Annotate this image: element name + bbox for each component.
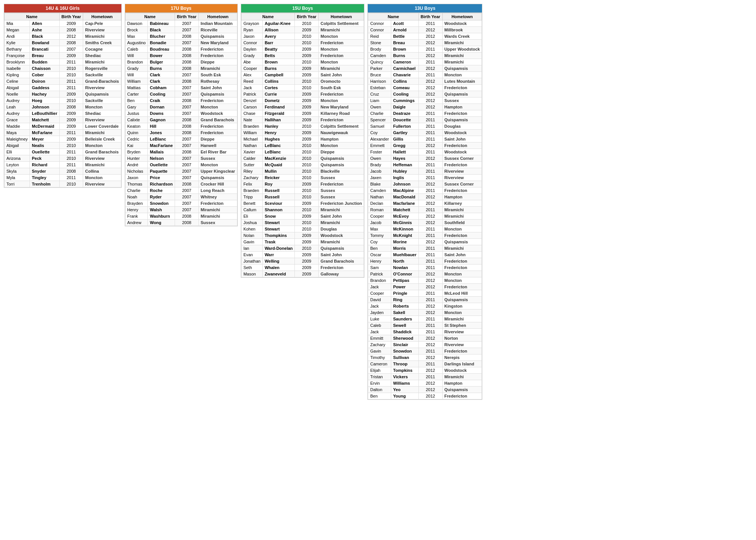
cell-firstname: Daylen: [241, 46, 262, 53]
table-row: MaddieMcDermaid2009Lower Coverdale: [5, 123, 121, 130]
cell-birthyear: 2009: [295, 97, 319, 104]
cell-birthyear: 2012: [418, 85, 442, 91]
section-boys13u: 13U BoysNameBirth YearHometownConnorAcot…: [367, 4, 482, 400]
cell-lastname: McFarlane: [30, 130, 59, 136]
cell-lastname: Meyer: [30, 136, 59, 142]
cell-lastname: Morris: [391, 245, 419, 252]
cell-firstname: Henry: [125, 207, 148, 213]
cell-birthyear: 2012: [418, 155, 442, 162]
cell-lastname: McDermaid: [30, 123, 59, 130]
cell-lastname: LeBlanc: [263, 149, 295, 155]
cell-firstname: Camden: [368, 187, 391, 194]
cell-lastname: Snow: [263, 213, 295, 220]
section-title-boys15u: 15U Boys: [241, 4, 364, 13]
table-row: HunterNelson2007Sussex: [125, 155, 237, 162]
cell-birthyear: 2007: [175, 155, 199, 162]
cell-lastname: Throop: [391, 361, 419, 367]
cell-firstname: Jack: [368, 284, 391, 290]
cell-firstname: Reed: [241, 78, 262, 85]
cell-firstname: William: [241, 130, 262, 136]
cell-hometown: Miramichi: [319, 239, 364, 245]
table-row: ZacharySinclair2012Riverview: [368, 342, 482, 348]
cell-hometown: Quispamsis: [442, 297, 482, 303]
cell-birthyear: 2011: [418, 123, 442, 130]
cell-lastname: McQuaid: [263, 162, 295, 168]
cell-firstname: Grayson: [241, 20, 262, 27]
cell-birthyear: 2011: [418, 175, 442, 181]
cell-birthyear: 2007: [175, 20, 199, 27]
col-header-firstname: Name: [5, 13, 60, 20]
cell-birthyear: 2011: [418, 110, 442, 117]
cell-lastname: Cobham: [148, 85, 175, 91]
cell-birthyear: 2010: [59, 142, 83, 149]
cell-birthyear: 2012: [418, 200, 442, 207]
cell-birthyear: 2007: [175, 162, 199, 168]
cell-firstname: Nicholas: [125, 168, 148, 175]
cell-firstname: Benett: [241, 200, 262, 207]
cell-birthyear: 2011: [418, 265, 442, 271]
cell-birthyear: 2012: [418, 335, 442, 342]
cell-firstname: Coy: [368, 239, 391, 245]
cell-hometown: Fredericton: [442, 232, 482, 239]
cell-lastname: Carmichael: [391, 65, 419, 72]
cell-lastname: Hubley: [391, 168, 419, 175]
cell-hometown: Fredericton: [442, 393, 482, 399]
cell-lastname: Black: [148, 27, 175, 33]
table-row: CarsonFerdinand2009New Maryland: [241, 104, 364, 110]
cell-lastname: Nelson: [148, 155, 175, 162]
cell-firstname: Mattias: [125, 85, 148, 91]
table-row: BraedenRussell2010Sussex: [241, 187, 364, 194]
cell-hometown: Fredericton Junction: [319, 200, 364, 207]
cell-hometown: Sussex Corner: [442, 181, 482, 187]
cell-firstname: Jacob: [368, 220, 391, 226]
table-row: BradyHeffeman2011Fredericton: [368, 162, 482, 168]
cell-firstname: Jonathan: [241, 258, 262, 265]
table-row: ElijahTompkins2012Woodstock: [368, 367, 482, 374]
cell-birthyear: 2012: [418, 271, 442, 277]
cell-hometown: Miramichi: [83, 59, 121, 65]
cell-birthyear: 2008: [175, 130, 199, 136]
cell-hometown: Fredericton: [319, 91, 364, 97]
cell-lastname: Inglis: [391, 175, 419, 181]
cell-hometown: Moncton: [319, 46, 364, 53]
cell-hometown: Woodstock: [442, 367, 482, 374]
cell-hometown: Hampton: [442, 194, 482, 200]
cell-firstname: Stone: [368, 40, 391, 46]
cell-birthyear: 2011: [418, 329, 442, 335]
cell-firstname: Maleighney: [5, 136, 30, 142]
cell-lastname: Roche: [148, 187, 175, 194]
table-row: JaxonAvery2010Moncton: [241, 33, 364, 40]
cell-birthyear: 2009: [295, 271, 319, 277]
cell-firstname: Calder: [241, 155, 262, 162]
cell-hometown: Wards Creek: [442, 33, 482, 40]
cell-lastname: Hughes: [263, 136, 295, 142]
cell-hometown: Saint John: [319, 213, 364, 220]
cell-lastname: Deatraze: [391, 110, 419, 117]
cell-hometown: Miramichi: [83, 33, 121, 40]
cell-firstname: Carson: [241, 104, 262, 110]
table-row: CharlieRoche2007Long Reach: [125, 187, 237, 194]
cell-firstname: Zachary: [368, 342, 391, 348]
cell-hometown: Miramichi: [442, 207, 482, 213]
section-girls14u16u: 14U & 16U GirlsNameBirth YearHometownMia…: [4, 4, 122, 188]
cell-firstname: Nathan: [368, 194, 391, 200]
cell-birthyear: 2009: [295, 53, 319, 59]
table-row: AndrewWong2008Sussex: [125, 220, 237, 226]
cell-firstname: Cooper: [368, 290, 391, 297]
table-row: ChaseFitzgerald2009Killarney Road: [241, 110, 364, 117]
cell-hometown: Miramichi: [319, 65, 364, 72]
table-row: OscarMuehlbauer2011Saint John: [368, 252, 482, 258]
table-row: CamdenBurns2012Miramichi: [368, 53, 482, 59]
cell-hometown: Fredericton: [198, 130, 237, 136]
cell-lastname: Cortes: [263, 85, 295, 91]
table-row: CedricLeBlanc2007Dieppe: [125, 136, 237, 142]
cell-lastname: Aguilar-Knee: [263, 20, 295, 27]
cell-lastname: Campbell: [263, 72, 295, 78]
cell-lastname: Richard: [30, 162, 59, 168]
cell-firstname: Jack: [368, 329, 391, 335]
cell-lastname: Sinclair: [391, 342, 419, 348]
table-row: EmmittSherwood2012Norton: [368, 335, 482, 342]
cell-lastname: MacAlpine: [391, 187, 419, 194]
cell-birthyear: 2007: [59, 46, 83, 53]
cell-firstname: Ervin: [368, 380, 391, 387]
